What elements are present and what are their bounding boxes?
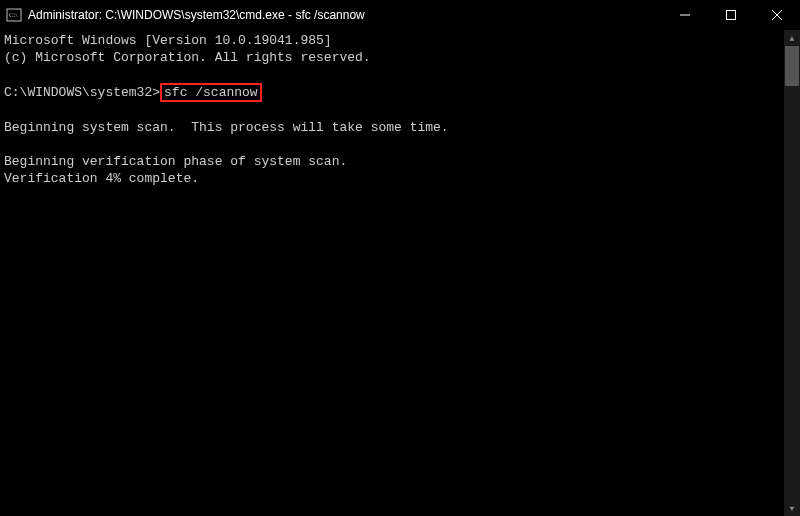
content-wrap: Microsoft Windows [Version 10.0.19041.98… <box>0 30 800 516</box>
vertical-scrollbar[interactable]: ▲ ▼ <box>784 30 800 516</box>
titlebar[interactable]: C:\ Administrator: C:\WINDOWS\system32\c… <box>0 0 800 30</box>
window-title: Administrator: C:\WINDOWS\system32\cmd.e… <box>28 8 365 22</box>
scroll-down-icon[interactable]: ▼ <box>784 500 800 516</box>
close-button[interactable] <box>754 0 800 30</box>
svg-rect-4 <box>727 11 736 20</box>
prompt-line: C:\WINDOWS\system32>sfc /scannow <box>4 83 780 102</box>
scroll-up-icon[interactable]: ▲ <box>784 30 800 46</box>
maximize-button[interactable] <box>708 0 754 30</box>
output-line: Beginning verification phase of system s… <box>4 153 780 170</box>
window-controls <box>662 0 800 30</box>
scrollbar-thumb[interactable] <box>785 46 799 86</box>
svg-text:C:\: C:\ <box>9 11 18 19</box>
output-blank <box>4 102 780 119</box>
command-highlight: sfc /scannow <box>160 83 262 102</box>
output-line: (c) Microsoft Corporation. All rights re… <box>4 49 780 66</box>
minimize-button[interactable] <box>662 0 708 30</box>
cmd-icon: C:\ <box>6 7 22 23</box>
prompt-prefix: C:\WINDOWS\system32> <box>4 85 160 100</box>
output-blank <box>4 66 780 83</box>
output-blank <box>4 136 780 153</box>
output-line: Beginning system scan. This process will… <box>4 119 780 136</box>
cmd-window: C:\ Administrator: C:\WINDOWS\system32\c… <box>0 0 800 516</box>
output-line: Verification 4% complete. <box>4 170 780 187</box>
titlebar-left: C:\ Administrator: C:\WINDOWS\system32\c… <box>0 7 662 23</box>
output-line: Microsoft Windows [Version 10.0.19041.98… <box>4 32 780 49</box>
terminal-output[interactable]: Microsoft Windows [Version 10.0.19041.98… <box>0 30 784 516</box>
